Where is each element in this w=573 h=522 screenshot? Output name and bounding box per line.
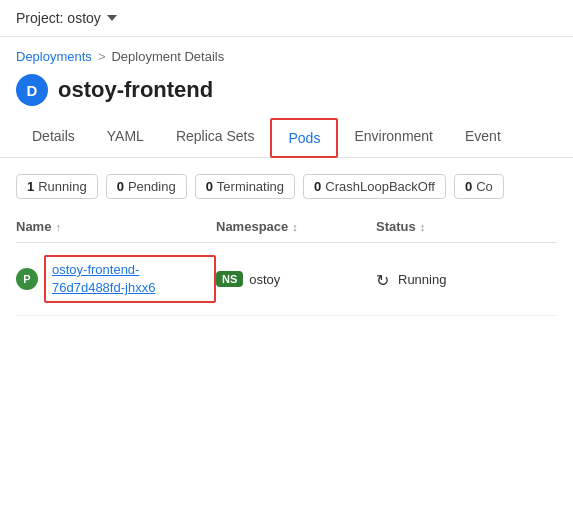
sort-icon-namespace[interactable]: ↕ [292, 221, 298, 233]
pending-label: Pending [128, 179, 176, 194]
pill-pending[interactable]: 0 Pending [106, 174, 187, 199]
pod-badge: P [16, 268, 38, 290]
breadcrumb: Deployments > Deployment Details [0, 37, 573, 68]
tab-yaml[interactable]: YAML [91, 118, 160, 157]
breadcrumb-deployments-link[interactable]: Deployments [16, 49, 92, 64]
page-title-area: D ostoy-frontend [0, 68, 573, 118]
status-pills-area: 1 Running 0 Pending 0 Terminating 0 Cras… [0, 158, 573, 211]
pods-table: Name ↑ Namespace ↕ Status ↕ P ostoy-fron… [0, 211, 573, 316]
pending-count: 0 [117, 179, 124, 194]
pill-crashloop[interactable]: 0 CrashLoopBackOff [303, 174, 446, 199]
co-label: Co [476, 179, 493, 194]
tab-pods[interactable]: Pods [270, 118, 338, 158]
ns-badge: NS [216, 271, 243, 287]
crashloop-label: CrashLoopBackOff [325, 179, 435, 194]
project-selector[interactable]: Project: ostoy [16, 10, 117, 26]
crashloop-count: 0 [314, 179, 321, 194]
top-bar: Project: ostoy [0, 0, 573, 37]
status-text: Running [398, 272, 446, 287]
pill-running[interactable]: 1 Running [16, 174, 98, 199]
running-icon [376, 271, 392, 287]
tab-details[interactable]: Details [16, 118, 91, 157]
pod-link[interactable]: ostoy-frontend-76d7d488fd-jhxx6 [44, 255, 216, 303]
terminating-count: 0 [206, 179, 213, 194]
running-label: Running [38, 179, 86, 194]
project-label: Project: ostoy [16, 10, 101, 26]
pod-name-cell: P ostoy-frontend-76d7d488fd-jhxx6 [16, 255, 216, 303]
sort-icon-name[interactable]: ↑ [55, 221, 61, 233]
co-count: 0 [465, 179, 472, 194]
chevron-down-icon [107, 15, 117, 21]
col-name: Name ↑ [16, 219, 216, 234]
terminating-label: Terminating [217, 179, 284, 194]
namespace-cell: NS ostoy [216, 271, 376, 287]
tabs-bar: Details YAML Replica Sets Pods Environme… [0, 118, 573, 158]
deployment-badge: D [16, 74, 48, 106]
pill-terminating[interactable]: 0 Terminating [195, 174, 295, 199]
tab-events[interactable]: Event [449, 118, 517, 157]
status-cell: Running [376, 271, 557, 287]
breadcrumb-current: Deployment Details [111, 49, 224, 64]
tab-environment[interactable]: Environment [338, 118, 449, 157]
tab-replica-sets[interactable]: Replica Sets [160, 118, 271, 157]
col-namespace: Namespace ↕ [216, 219, 376, 234]
namespace-name: ostoy [249, 272, 280, 287]
table-header: Name ↑ Namespace ↕ Status ↕ [16, 211, 557, 243]
running-count: 1 [27, 179, 34, 194]
pill-co[interactable]: 0 Co [454, 174, 504, 199]
sort-icon-status[interactable]: ↕ [420, 221, 426, 233]
breadcrumb-separator: > [98, 49, 106, 64]
pod-name-wrapper: P ostoy-frontend-76d7d488fd-jhxx6 [16, 255, 216, 303]
page-title: ostoy-frontend [58, 77, 213, 103]
table-row: P ostoy-frontend-76d7d488fd-jhxx6 NS ost… [16, 243, 557, 316]
col-status: Status ↕ [376, 219, 557, 234]
